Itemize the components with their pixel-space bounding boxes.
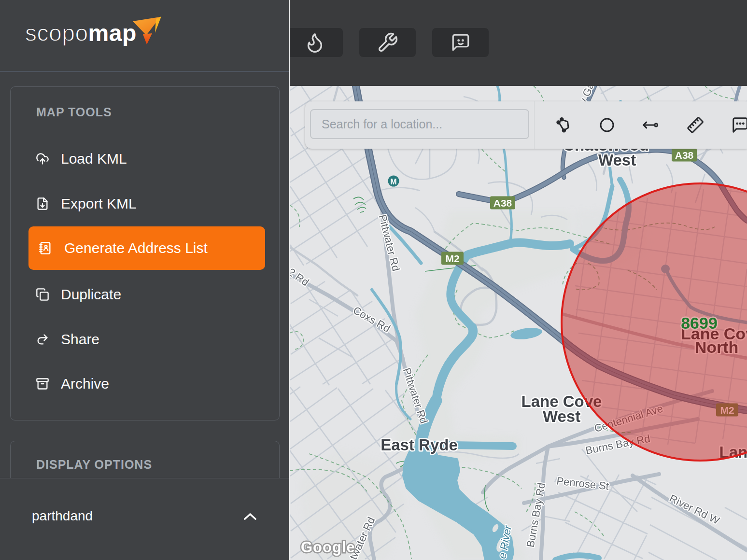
svg-text:M2: M2 (445, 253, 459, 264)
svg-text:A38: A38 (493, 197, 512, 209)
svg-text:A38: A38 (675, 150, 694, 161)
svg-text:East Ryde: East Ryde (381, 436, 458, 454)
svg-text:West: West (543, 407, 580, 425)
svg-text:M: M (390, 178, 396, 186)
svg-text:8699: 8699 (681, 314, 718, 332)
